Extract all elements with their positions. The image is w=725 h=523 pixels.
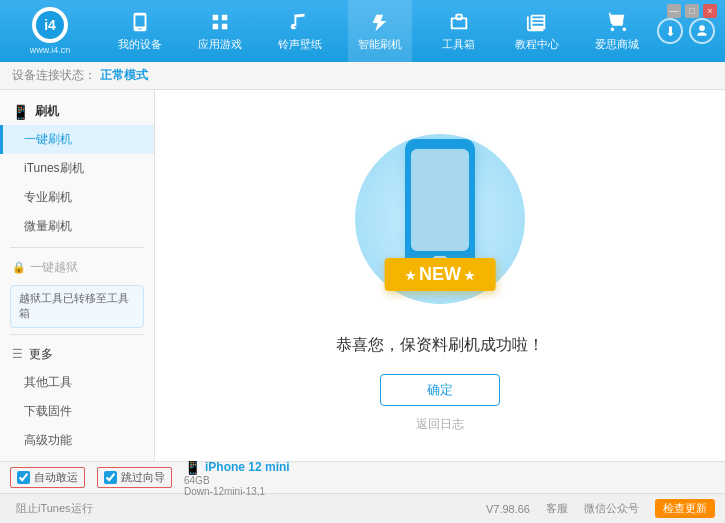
nav-label-toolbox: 工具箱 [442, 37, 475, 52]
apps-icon [208, 10, 232, 34]
sparkle-icon-1: ✦ [360, 149, 372, 165]
more-section-title: ☰ 更多 [0, 341, 154, 368]
footer-left: 阻止iTunes运行 [10, 499, 99, 518]
auto-launch-checkbox[interactable] [17, 471, 30, 484]
flash-section-label: 刷机 [35, 103, 59, 120]
phone-screen [411, 149, 469, 251]
sidebar-item-other-tools[interactable]: 其他工具 [0, 368, 154, 397]
auto-launch-label[interactable]: 自动敢运 [34, 470, 78, 485]
close-btn[interactable]: × [703, 4, 717, 18]
footer-right: V7.98.66 客服 微信公众号 检查更新 [486, 499, 715, 518]
nav-label-my-device: 我的设备 [118, 37, 162, 52]
logo-text: www.i4.cn [30, 45, 71, 55]
sidebar-item-download-firmware[interactable]: 下载固件 [0, 397, 154, 426]
nav-label-shop: 爱思商城 [595, 37, 639, 52]
main-content: 📱 刷机 一键刷机 iTunes刷机 专业刷机 微量刷机 🔒 一键越狱 越狱工具… [0, 90, 725, 461]
download-btn[interactable]: ⬇ [657, 18, 683, 44]
go-back-link[interactable]: 返回日志 [416, 416, 464, 433]
maximize-btn[interactable]: □ [685, 4, 699, 18]
sparkle-icon-2: ✦ [506, 144, 518, 160]
device-info: 📱 iPhone 12 mini 64GB Down-12mini-13,1 [184, 459, 715, 497]
skip-wizard-checkbox[interactable] [104, 471, 117, 484]
checkbox-item-skip-wizard: 跳过向导 [97, 467, 172, 488]
logo-circle: i4 [32, 7, 68, 43]
center-content: ✦ ✦ ✦ NEW 恭喜您，保资料刷机成功啦！ 确定 返回日志 [155, 90, 725, 461]
nav-item-toolbox[interactable]: 工具箱 [429, 0, 489, 62]
success-text: 恭喜您，保资料刷机成功啦！ [336, 335, 544, 356]
sidebar-item-itunes-flash[interactable]: iTunes刷机 [0, 154, 154, 183]
nav-label-apps-games: 应用游戏 [198, 37, 242, 52]
book-icon [525, 10, 549, 34]
lock-icon: 🔒 [12, 261, 26, 274]
user-btn[interactable] [689, 18, 715, 44]
sidebar-item-restore-flash[interactable]: 微量刷机 [0, 212, 154, 241]
phone-device [405, 139, 475, 269]
bottom-bar: 自动敢运 跳过向导 📱 iPhone 12 mini 64GB Down-12m… [0, 461, 725, 493]
sidebar-jailbreak: 🔒 一键越狱 [0, 254, 154, 281]
sidebar-item-advanced[interactable]: 高级功能 [0, 426, 154, 455]
checkbox-group: 自动敢运 跳过向导 [10, 467, 172, 488]
nav-item-ringtone[interactable]: 铃声壁纸 [268, 0, 332, 62]
customer-service-link[interactable]: 客服 [546, 501, 568, 516]
shop-icon [605, 10, 629, 34]
nav-item-tutorial[interactable]: 教程中心 [505, 0, 569, 62]
sidebar-item-one-key-flash[interactable]: 一键刷机 [0, 125, 154, 154]
nav-item-my-device[interactable]: 我的设备 [108, 0, 172, 62]
device-version: Down-12mini-13,1 [184, 486, 715, 497]
win-controls: — □ × [667, 4, 717, 18]
top-bar: i4 www.i4.cn 我的设备 应用游戏 铃声壁纸 [0, 0, 725, 62]
logo-inner: i4 [36, 11, 64, 39]
nav-label-smart-flash: 智能刷机 [358, 37, 402, 52]
skip-wizard-label[interactable]: 跳过向导 [121, 470, 165, 485]
top-right-icons: ⬇ [657, 18, 725, 44]
status-value: 正常模式 [100, 67, 148, 84]
more-icon: ☰ [12, 347, 23, 361]
phone-body [405, 139, 475, 269]
phone-illustration: ✦ ✦ ✦ NEW [340, 119, 540, 319]
minimize-btn[interactable]: — [667, 4, 681, 18]
phone-icon [128, 10, 152, 34]
checkbox-item-auto-launch: 自动敢运 [10, 467, 85, 488]
logo-area: i4 www.i4.cn [0, 0, 100, 62]
sidebar-notice: 越狱工具已转移至工具箱 [10, 285, 144, 328]
device-storage: 64GB [184, 475, 715, 486]
status-bar: 设备连接状态： 正常模式 [0, 62, 725, 90]
sidebar-separator-2 [10, 334, 144, 335]
flash-section-title: 📱 刷机 [0, 98, 154, 125]
nav-item-smart-flash[interactable]: 智能刷机 [348, 0, 412, 62]
sparkle-icon-3: ✦ [358, 263, 370, 279]
nav-items: 我的设备 应用游戏 铃声壁纸 智能刷机 工具箱 [100, 0, 657, 62]
footer-version: V7.98.66 [486, 503, 530, 515]
nav-item-shop[interactable]: 爱思商城 [585, 0, 649, 62]
wechat-official-link[interactable]: 微信公众号 [584, 501, 639, 516]
status-label: 设备连接状态： [12, 67, 96, 84]
sidebar: 📱 刷机 一键刷机 iTunes刷机 专业刷机 微量刷机 🔒 一键越狱 越狱工具… [0, 90, 155, 461]
footer-bar: 阻止iTunes运行 V7.98.66 客服 微信公众号 检查更新 [0, 493, 725, 523]
flash-icon [368, 10, 392, 34]
nav-item-apps-games[interactable]: 应用游戏 [188, 0, 252, 62]
new-banner: NEW [385, 258, 496, 291]
sidebar-item-pro-flash[interactable]: 专业刷机 [0, 183, 154, 212]
toolbox-icon [447, 10, 471, 34]
check-update-btn[interactable]: 检查更新 [655, 499, 715, 518]
confirm-button[interactable]: 确定 [380, 374, 500, 406]
music-icon [288, 10, 312, 34]
stop-itunes-btn[interactable]: 阻止iTunes运行 [10, 499, 99, 518]
nav-label-tutorial: 教程中心 [515, 37, 559, 52]
sidebar-separator-1 [10, 247, 144, 248]
flash-section-icon: 📱 [12, 104, 29, 120]
nav-label-ringtone: 铃声壁纸 [278, 37, 322, 52]
